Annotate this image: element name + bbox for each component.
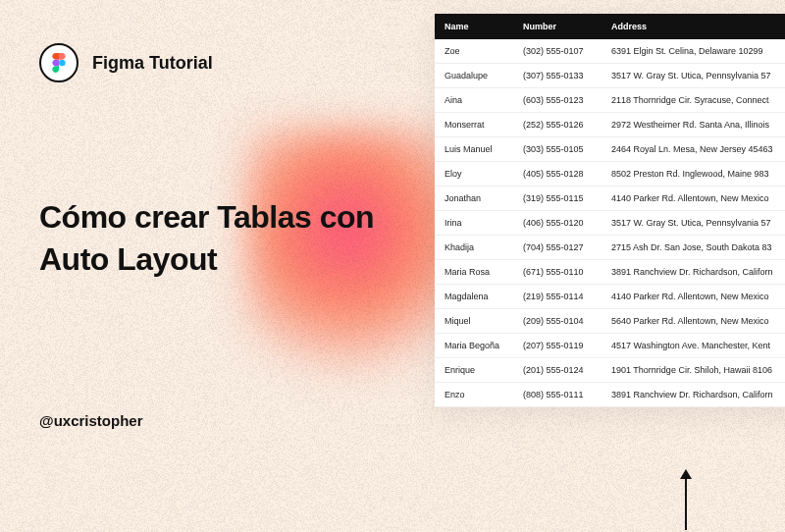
page-title: Cómo crear Tablas con Auto Layout bbox=[39, 196, 412, 281]
tutorial-cover: Figma Tutorial Cómo crear Tablas con Aut… bbox=[0, 0, 785, 532]
brand-row: Figma Tutorial bbox=[39, 43, 213, 82]
table-row: Luis Manuel(303) 555-01052464 Royal Ln. … bbox=[435, 137, 785, 162]
cell-name: Zoe bbox=[445, 46, 523, 56]
cell-number: (302) 555-0107 bbox=[523, 46, 611, 56]
header-name: Name bbox=[445, 22, 523, 31]
svg-point-0 bbox=[59, 60, 66, 67]
cell-address: 3891 Ranchview Dr. Richardson, Californ bbox=[611, 267, 785, 277]
cell-name: Maria Rosa bbox=[445, 267, 523, 277]
example-table: Name Number Address Zoe(302) 555-0107639… bbox=[435, 14, 785, 407]
cell-number: (808) 555-0111 bbox=[523, 390, 611, 399]
cell-address: 2464 Royal Ln. Mesa, New Jersey 45463 bbox=[611, 144, 785, 154]
table-row: Monserrat(252) 555-01262972 Westheimer R… bbox=[435, 113, 785, 137]
cell-number: (704) 555-0127 bbox=[523, 242, 611, 252]
table-row: Maria Rosa(671) 555-01103891 Ranchview D… bbox=[435, 260, 785, 285]
cell-number: (207) 555-0119 bbox=[523, 341, 611, 350]
cell-address: 2972 Westheimer Rd. Santa Ana, Illinois bbox=[611, 120, 785, 130]
cell-number: (307) 555-0133 bbox=[523, 71, 611, 80]
cell-name: Irina bbox=[445, 218, 523, 228]
arrow-icon bbox=[685, 471, 687, 530]
cell-name: Maria Begoña bbox=[445, 341, 523, 350]
cell-address: 3517 W. Gray St. Utica, Pennsylvania 57 bbox=[611, 218, 785, 228]
cell-number: (671) 555-0110 bbox=[523, 267, 611, 277]
cell-name: Luis Manuel bbox=[445, 144, 523, 154]
cell-number: (219) 555-0114 bbox=[523, 292, 611, 301]
cell-name: Enzo bbox=[445, 390, 523, 399]
cell-number: (201) 555-0124 bbox=[523, 365, 611, 375]
cell-name: Miquel bbox=[445, 316, 523, 326]
figma-icon bbox=[52, 53, 66, 73]
table-row: Enzo(808) 555-01113891 Ranchview Dr. Ric… bbox=[435, 383, 785, 407]
table-row: Jonathan(319) 555-01154140 Parker Rd. Al… bbox=[435, 186, 785, 211]
cell-name: Guadalupe bbox=[445, 71, 523, 80]
cell-number: (603) 555-0123 bbox=[523, 95, 611, 105]
cell-name: Jonathan bbox=[445, 193, 523, 203]
table-row: Irina(406) 555-01203517 W. Gray St. Utic… bbox=[435, 211, 785, 236]
cell-address: 6391 Elgin St. Celina, Delaware 10299 bbox=[611, 46, 785, 56]
cell-address: 4517 Washington Ave. Manchester, Kent bbox=[611, 341, 785, 350]
figma-logo-badge bbox=[39, 43, 78, 82]
cell-name: Aina bbox=[445, 95, 523, 105]
table-header-row: Name Number Address bbox=[435, 14, 785, 39]
table-row: Khadija(704) 555-01272715 Ash Dr. San Jo… bbox=[435, 236, 785, 260]
table-row: Aina(603) 555-01232118 Thornridge Cir. S… bbox=[435, 88, 785, 113]
cell-name: Enrique bbox=[445, 365, 523, 375]
header-address: Address bbox=[611, 22, 785, 31]
cell-number: (252) 555-0126 bbox=[523, 120, 611, 130]
table-row: Zoe(302) 555-01076391 Elgin St. Celina, … bbox=[435, 39, 785, 64]
cell-name: Magdalena bbox=[445, 292, 523, 301]
cell-address: 8502 Preston Rd. Inglewood, Maine 983 bbox=[611, 169, 785, 179]
cell-number: (406) 555-0120 bbox=[523, 218, 611, 228]
cell-name: Khadija bbox=[445, 242, 523, 252]
table-row: Miquel(209) 555-01045640 Parker Rd. Alle… bbox=[435, 309, 785, 334]
table-row: Maria Begoña(207) 555-01194517 Washingto… bbox=[435, 334, 785, 358]
cell-address: 5640 Parker Rd. Allentown, New Mexico bbox=[611, 316, 785, 326]
brand-label: Figma Tutorial bbox=[92, 53, 213, 74]
cell-address: 3891 Ranchview Dr. Richardson, Californ bbox=[611, 390, 785, 399]
table-row: Enrique(201) 555-01241901 Thornridge Cir… bbox=[435, 358, 785, 383]
cell-address: 4140 Parker Rd. Allentown, New Mexico bbox=[611, 193, 785, 203]
cell-number: (405) 555-0128 bbox=[523, 169, 611, 179]
author-handle: @uxcristopher bbox=[39, 412, 142, 429]
cell-address: 4140 Parker Rd. Allentown, New Mexico bbox=[611, 292, 785, 301]
cell-number: (303) 555-0105 bbox=[523, 144, 611, 154]
cell-name: Eloy bbox=[445, 169, 523, 179]
cell-number: (319) 555-0115 bbox=[523, 193, 611, 203]
cell-address: 2715 Ash Dr. San Jose, South Dakota 83 bbox=[611, 242, 785, 252]
cell-number: (209) 555-0104 bbox=[523, 316, 611, 326]
header-number: Number bbox=[523, 22, 611, 31]
cell-address: 3517 W. Gray St. Utica, Pennsylvania 57 bbox=[611, 71, 785, 80]
cell-address: 1901 Thornridge Cir. Shiloh, Hawaii 8106 bbox=[611, 365, 785, 375]
table-row: Guadalupe(307) 555-01333517 W. Gray St. … bbox=[435, 64, 785, 88]
table-row: Magdalena(219) 555-01144140 Parker Rd. A… bbox=[435, 285, 785, 309]
cell-address: 2118 Thornridge Cir. Syracuse, Connect bbox=[611, 95, 785, 105]
cell-name: Monserrat bbox=[445, 120, 523, 130]
table-body: Zoe(302) 555-01076391 Elgin St. Celina, … bbox=[435, 39, 785, 407]
table-row: Eloy(405) 555-01288502 Preston Rd. Ingle… bbox=[435, 162, 785, 186]
